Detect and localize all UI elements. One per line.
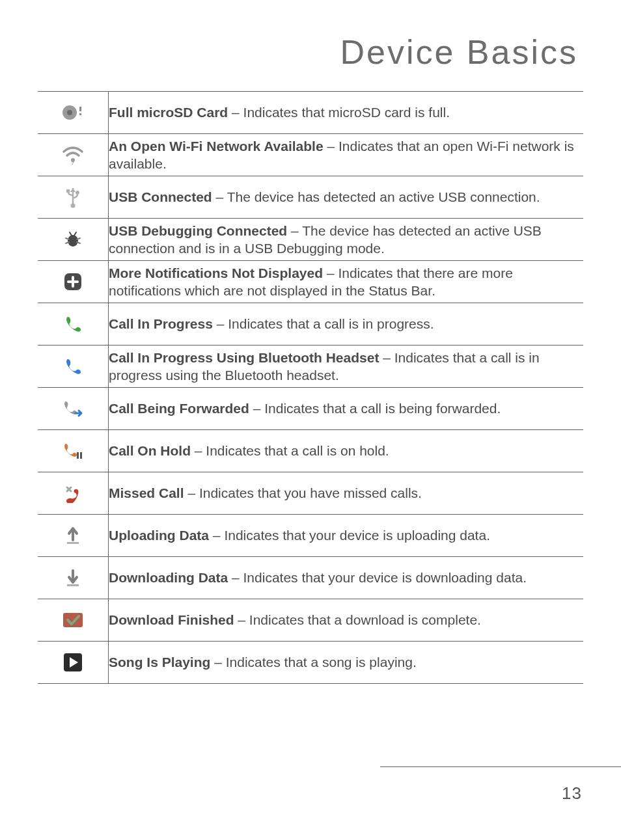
dash: – <box>238 612 249 627</box>
dash: – <box>214 655 226 670</box>
page-container: Device Basics Full microSD Card <box>0 0 621 840</box>
table-row: More Notifications Not Displayed – Indic… <box>38 261 583 303</box>
svg-text:?: ? <box>71 160 74 165</box>
row-desc: Indicates that your device is downloadin… <box>243 570 527 585</box>
row-title: Call In Progress Using Bluetooth Headset <box>109 350 379 365</box>
icon-cell <box>38 261 109 303</box>
svg-point-1 <box>67 110 72 115</box>
icon-cell <box>38 642 109 684</box>
call-on-hold-icon <box>59 437 87 465</box>
icon-cell <box>38 92 109 134</box>
table-row: ? An Open Wi-Fi Network Available – Indi… <box>38 134 583 176</box>
page-number: 13 <box>562 783 582 804</box>
dash: – <box>232 105 243 120</box>
row-desc: Indicates that your device is uploading … <box>224 528 490 543</box>
desc-cell: Uploading Data – Indicates that your dev… <box>109 515 584 557</box>
dash: – <box>291 223 302 238</box>
more-notifications-icon <box>59 267 87 296</box>
usb-icon <box>59 183 87 211</box>
table-row: Call Being Forwarded – Indicates that a … <box>38 388 583 430</box>
svg-rect-13 <box>67 542 79 544</box>
row-title: More Notifications Not Displayed <box>109 265 323 280</box>
desc-cell: Download Finished – Indicates that a dow… <box>109 599 584 642</box>
call-forwarded-icon <box>59 394 87 423</box>
table-row: Call In Progress – Indicates that a call… <box>38 303 583 345</box>
desc-cell: An Open Wi-Fi Network Available – Indica… <box>109 134 584 176</box>
dash: – <box>213 528 225 543</box>
table-row: Song Is Playing – Indicates that a song … <box>38 642 583 684</box>
desc-cell: Call In Progress – Indicates that a call… <box>109 303 584 345</box>
row-desc: Indicates that a song is playing. <box>226 655 417 670</box>
row-desc: Indicates that you have missed calls. <box>199 485 422 500</box>
table-row: Full microSD Card – Indicates that micro… <box>38 92 583 134</box>
icon-cell <box>38 472 109 515</box>
row-title: Missed Call <box>109 485 184 500</box>
download-finished-icon <box>59 606 87 634</box>
row-title: Call In Progress <box>109 316 213 331</box>
row-desc: Indicates that a call is on hold. <box>206 443 389 458</box>
row-title: Call Being Forwarded <box>109 401 249 416</box>
icon-cell <box>38 219 109 261</box>
icon-cell <box>38 176 109 219</box>
row-desc: Indicates that a call is in progress. <box>228 316 434 331</box>
desc-cell: Call Being Forwarded – Indicates that a … <box>109 388 584 430</box>
desc-cell: Missed Call – Indicates that you have mi… <box>109 472 584 515</box>
row-title: Downloading Data <box>109 570 228 585</box>
row-desc: Indicates that microSD card is full. <box>243 105 450 120</box>
row-title: Download Finished <box>109 612 234 627</box>
svg-rect-3 <box>79 113 81 115</box>
row-desc: The device has detected an active USB co… <box>227 189 540 204</box>
desc-cell: More Notifications Not Displayed – Indic… <box>109 261 584 303</box>
svg-rect-2 <box>79 107 81 111</box>
desc-cell: USB Connected – The device has detected … <box>109 176 584 219</box>
call-in-progress-icon <box>59 310 87 338</box>
table-row: USB Connected – The device has detected … <box>38 176 583 219</box>
wifi-open-icon: ? <box>59 141 87 169</box>
row-title: Call On Hold <box>109 443 191 458</box>
row-title: Uploading Data <box>109 528 209 543</box>
table-row: USB Debugging Connected – The device has… <box>38 219 583 261</box>
row-desc: Indicates that a call is being forwarded… <box>264 401 501 416</box>
icon-cell: ? <box>38 134 109 176</box>
page-title: Device Basics <box>38 33 583 72</box>
svg-rect-12 <box>80 452 82 459</box>
icon-cell <box>38 599 109 642</box>
dash: – <box>383 350 394 365</box>
icon-cell <box>38 557 109 599</box>
table-row: Missed Call – Indicates that you have mi… <box>38 472 583 515</box>
missed-call-icon <box>59 479 87 508</box>
footer-rule <box>380 766 621 767</box>
table-row: Call On Hold – Indicates that a call is … <box>38 430 583 472</box>
row-title: Full microSD Card <box>109 105 228 120</box>
dash: – <box>327 265 338 280</box>
desc-cell: Call On Hold – Indicates that a call is … <box>109 430 584 472</box>
microsd-full-icon <box>59 98 87 127</box>
dash: – <box>253 401 265 416</box>
icon-cell <box>38 515 109 557</box>
dash: – <box>216 189 227 204</box>
dash: – <box>195 443 206 458</box>
svg-point-6 <box>71 204 76 208</box>
row-title: Song Is Playing <box>109 655 210 670</box>
table-row: Call In Progress Using Bluetooth Headset… <box>38 345 583 388</box>
row-title: USB Debugging Connected <box>109 223 287 238</box>
svg-rect-14 <box>67 584 79 586</box>
row-title: USB Connected <box>109 189 212 204</box>
row-desc: Indicates that a download is complete. <box>249 612 481 627</box>
desc-cell: Song Is Playing – Indicates that a song … <box>109 642 584 684</box>
svg-rect-7 <box>66 189 70 193</box>
table-row: Download Finished – Indicates that a dow… <box>38 599 583 642</box>
svg-point-9 <box>68 235 78 247</box>
uploading-data-icon <box>59 521 87 550</box>
usb-debugging-icon <box>59 225 87 254</box>
desc-cell: Downloading Data – Indicates that your d… <box>109 557 584 599</box>
desc-cell: Call In Progress Using Bluetooth Headset… <box>109 345 584 388</box>
call-bluetooth-icon <box>59 352 87 381</box>
icon-cell <box>38 303 109 345</box>
icon-table: Full microSD Card – Indicates that micro… <box>38 91 583 684</box>
icon-cell <box>38 430 109 472</box>
song-playing-icon <box>59 648 87 677</box>
icon-cell <box>38 388 109 430</box>
dash: – <box>327 139 338 154</box>
row-title: An Open Wi-Fi Network Available <box>109 139 324 154</box>
